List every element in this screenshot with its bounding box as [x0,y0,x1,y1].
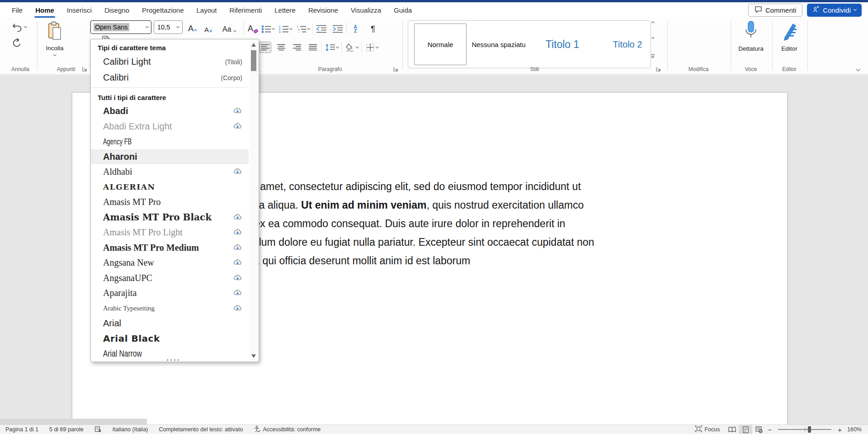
font-dropdown-item[interactable]: Aparajita [91,286,249,301]
gallery-more-icon[interactable] [651,52,655,60]
menu-tab[interactable]: File [5,2,29,18]
font-dropdown-item[interactable]: Arial [91,316,249,331]
align-center-icon[interactable] [275,42,287,53]
menu-tab[interactable]: Riferimenti [223,2,269,18]
comments-button[interactable]: Commenti [748,4,802,17]
font-dropdown-item[interactable]: Abadi Extra Light [91,119,249,134]
menu-tab[interactable]: Home [29,2,61,18]
font-dropdown-item[interactable]: AngsanaUPC [91,271,249,286]
font-name-combobox[interactable]: Open Sans [90,20,151,34]
print-layout-button[interactable] [739,425,752,434]
resize-handle[interactable] [175,359,177,361]
grow-font-button[interactable]: A^ [188,21,197,33]
style-gallery-item[interactable]: Titolo 1 [535,21,590,68]
font-dropdown-item[interactable]: Arabic Typesetting [91,301,249,316]
zoom-slider[interactable] [778,429,831,430]
cloud-download-icon [233,273,242,283]
web-layout-button[interactable] [752,425,766,434]
font-size-combobox[interactable]: 10,5 [154,20,183,34]
justify-icon[interactable] [307,42,319,53]
zoom-out-button[interactable]: − [766,426,774,434]
line-spacing-icon[interactable] [325,42,336,53]
scroll-up-icon[interactable] [251,43,256,47]
share-button[interactable]: Condividi [807,4,862,17]
font-dropdown-theme-item[interactable]: Calibri Light (Titoli) [91,54,249,70]
text-completion-status[interactable]: Completamento del testo: attivato [153,425,248,434]
menu-tab[interactable]: Progettazione [136,2,190,18]
scrollbar-thumb[interactable] [251,50,256,71]
gallery-up-icon[interactable] [651,21,654,24]
menu-tab[interactable]: Lettere [268,2,302,18]
page-count[interactable]: Pagina 1 di 1 [0,425,44,434]
word-count[interactable]: 5 di 69 parole [44,425,89,434]
chevron-down-icon[interactable] [336,45,339,48]
font-dropdown-theme-item[interactable]: Calibri (Corpo) [91,70,249,86]
font-dropdown-item[interactable]: Amasis MT Pro Light [91,225,249,240]
horizontal-scrollbar[interactable] [0,419,147,424]
multilevel-list-icon[interactable]: 1 a i [296,23,307,34]
menu-tab[interactable]: Revisione [302,2,344,18]
editor-button[interactable]: Editor [773,20,806,52]
chevron-down-icon[interactable] [176,25,179,28]
font-dropdown-item[interactable]: Abadi [91,104,249,119]
undo-icon[interactable] [12,22,23,32]
align-right-icon[interactable] [291,42,303,53]
proofing-status[interactable] [89,425,107,434]
dictate-button[interactable]: Dettatura [734,20,768,52]
shading-icon[interactable] [344,42,356,53]
chevron-down-icon[interactable] [356,45,359,48]
language-status[interactable]: Italiano (Italia) [107,425,154,434]
zoom-level[interactable]: 160% [844,426,868,433]
cloud-download-icon [233,243,242,253]
font-dropdown-item[interactable]: Amasis MT Pro Medium [91,240,249,256]
increase-indent-icon[interactable] [332,23,344,34]
align-left-icon[interactable] [259,42,271,53]
menu-tab[interactable]: Inserisci [61,2,98,18]
font-dropdown-item[interactable]: Aharoni [91,149,249,165]
chevron-down-icon[interactable] [307,26,310,29]
collapse-ribbon-icon[interactable] [856,67,861,72]
font-dropdown-item[interactable]: Agency FB [91,134,249,149]
font-dropdown-item[interactable]: Angsana New [91,255,249,271]
font-dropdown-item[interactable]: Amasis MT Pro [91,195,249,210]
proofing-icon [94,426,102,434]
menu-tab[interactable]: Layout [190,2,223,18]
accessibility-status[interactable]: Accessibilità: conforme [248,425,326,434]
menu-tab[interactable]: Disegno [98,2,136,18]
style-gallery-item[interactable]: Nessuna spaziatu [472,21,525,68]
style-gallery-item[interactable]: Normale [414,24,467,65]
borders-icon[interactable] [364,42,376,53]
styles-group: Normale Nessuna spaziatu Titolo 1 Titolo… [402,18,667,75]
chevron-down-icon[interactable] [289,26,292,29]
zoom-in-button[interactable]: + [836,426,844,434]
menu-tab[interactable]: Guida [387,2,418,18]
redo-icon[interactable] [12,38,22,48]
font-dropdown-item[interactable]: Arial Narrow [91,346,249,357]
focus-mode-button[interactable]: Focus [689,425,725,434]
font-dropdown-item[interactable]: Aldhabi [91,164,249,180]
change-case-button[interactable]: Aa [222,21,236,33]
menu-tabs: File Home Inserisci Disegno Progettazion… [0,2,418,18]
shrink-font-button[interactable]: A˅ [204,21,212,33]
gallery-down-icon[interactable] [651,36,654,39]
font-dropdown-scrollbar[interactable] [250,40,258,361]
chevron-down-icon[interactable] [146,25,149,28]
show-formatting-marks-icon[interactable]: ¶ [367,23,379,34]
font-dropdown-item[interactable]: Arial Black [91,331,249,347]
font-dropdown-item[interactable]: Amasis MT Pro Black [91,210,249,225]
font-dropdown-item[interactable]: ALGERIAN [91,180,249,195]
style-gallery-item[interactable]: Titolo 2 [605,21,650,68]
chevron-down-icon[interactable] [24,25,27,28]
paste-button[interactable]: Incolla [42,21,68,67]
read-mode-button[interactable] [725,425,739,434]
scroll-down-icon[interactable] [251,354,256,358]
clear-formatting-button[interactable]: A [248,21,259,33]
chevron-down-icon[interactable] [272,26,275,29]
menu-tab[interactable]: Visualizza [344,2,387,18]
sort-icon[interactable]: A Z [349,23,361,34]
bullet-list-icon[interactable] [260,23,272,34]
numbered-list-icon[interactable]: 1 2 3 [278,23,290,34]
zoom-slider-thumb[interactable] [808,426,811,433]
decrease-indent-icon[interactable] [316,23,327,34]
chevron-down-icon[interactable] [376,45,379,48]
